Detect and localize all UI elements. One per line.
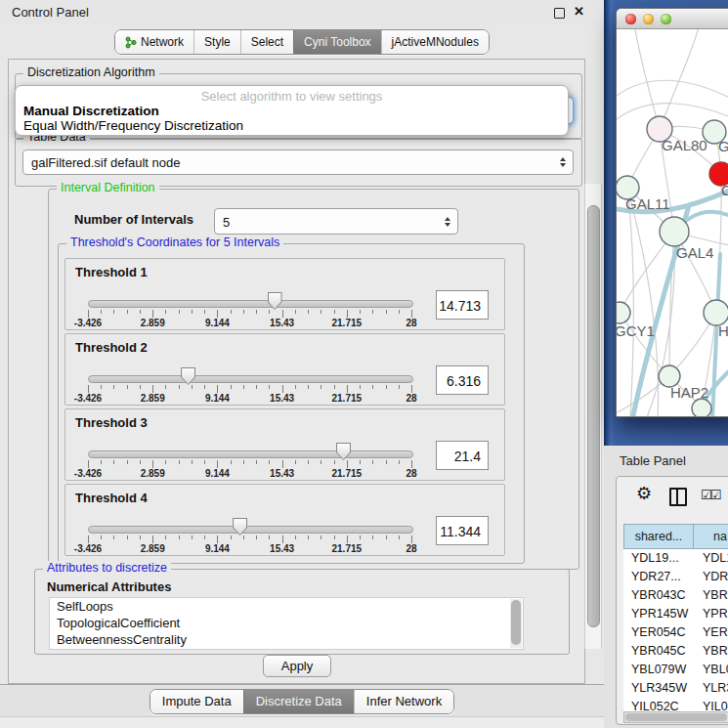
tab-cyni-toolbox[interactable]: Cyni Toolbox bbox=[293, 30, 380, 54]
table-body: YDL19...YDL1YDR27...YDR2YBR043CYBR0YPR14… bbox=[623, 549, 728, 716]
tick-mark bbox=[256, 310, 257, 314]
tick-mark bbox=[399, 535, 400, 539]
combo-stepper-icon[interactable] bbox=[560, 157, 566, 167]
node-bottom-partial[interactable] bbox=[692, 399, 711, 417]
numerical-attributes-list[interactable]: SelfLoopsTopologicalCoefficientBetweenne… bbox=[49, 597, 524, 650]
tick-mark bbox=[256, 385, 257, 389]
table-row[interactable]: YBR045CYBR0 bbox=[623, 642, 728, 661]
table-row[interactable]: YER054CYER0 bbox=[623, 623, 728, 642]
node-gal4[interactable] bbox=[660, 217, 689, 246]
tick-mark bbox=[282, 310, 283, 318]
tick-mark bbox=[372, 385, 373, 389]
gear-icon[interactable]: ⚙ bbox=[636, 485, 652, 502]
minimize-window-icon[interactable] bbox=[643, 14, 654, 24]
column-header-shared-name[interactable]: shared... bbox=[623, 524, 694, 549]
tab-impute-data[interactable]: Impute Data bbox=[150, 690, 243, 713]
threshold-panel-3: Threshold 3-3.4262.8599.14415.4321.71528… bbox=[64, 408, 505, 481]
float-panel-icon[interactable] bbox=[554, 8, 565, 19]
attribute-list-item[interactable]: SelfLoops bbox=[50, 598, 523, 615]
tick-mark bbox=[127, 310, 128, 314]
discretization-algorithm-legend: Discretization Algorithm bbox=[23, 65, 159, 79]
close-window-icon[interactable] bbox=[625, 14, 636, 24]
tick-mark bbox=[231, 535, 232, 539]
attributes-group: Attributes to discretize Numerical Attri… bbox=[34, 569, 570, 655]
tick-mark bbox=[372, 310, 373, 314]
cell-name: YER0 bbox=[694, 623, 728, 642]
table-row[interactable]: YLR345WYLR3 bbox=[623, 679, 728, 698]
table-data-combobox[interactable]: galFiltered.sif default node bbox=[22, 150, 574, 175]
table-row[interactable]: YDR27...YDR2 bbox=[623, 568, 728, 586]
algorithm-option-manual[interactable]: Manual Discretization bbox=[23, 104, 159, 118]
table-row[interactable]: YDL19...YDL1 bbox=[623, 549, 728, 568]
label-ga: GA bbox=[718, 138, 728, 154]
thresholds-legend: Threshold's Coordinates for 5 Intervals bbox=[66, 236, 283, 249]
tab-network[interactable]: Network bbox=[115, 30, 193, 54]
select-columns-checkboxes-icon[interactable]: ☑☑ bbox=[701, 488, 719, 502]
algorithm-hint: Select algorithm to view settings bbox=[16, 89, 568, 104]
close-panel-icon[interactable]: ✕ bbox=[574, 4, 584, 19]
tick-mark bbox=[127, 385, 128, 389]
cell-name: YBL0 bbox=[694, 661, 728, 679]
tick-mark bbox=[88, 310, 89, 318]
table-row[interactable]: YPR145WYPR1 bbox=[623, 605, 728, 623]
tick-mark bbox=[334, 460, 335, 464]
interval-definition-legend: Interval Definition bbox=[57, 181, 159, 194]
tick-mark bbox=[140, 535, 141, 539]
number-of-intervals-spinner[interactable]: 5 bbox=[214, 208, 458, 235]
tick-mark bbox=[269, 310, 270, 314]
tick-label: 21.715 bbox=[325, 543, 368, 554]
threshold-slider-scale: -3.4262.8599.14415.4321.71528 bbox=[88, 535, 411, 553]
tick-mark bbox=[217, 385, 218, 393]
tick-mark bbox=[192, 385, 193, 389]
tick-label: 2.859 bbox=[131, 543, 174, 554]
tick-mark bbox=[399, 385, 400, 389]
threshold-slider-track[interactable] bbox=[88, 526, 413, 534]
threshold-value-field[interactable]: 11.344 bbox=[436, 516, 489, 545]
label-gal80: GAL80 bbox=[662, 137, 707, 153]
spinner-stepper-icon[interactable] bbox=[445, 217, 450, 227]
column-header-name[interactable]: na bbox=[694, 524, 728, 549]
node-gcy1[interactable] bbox=[617, 302, 630, 323]
tick-mark bbox=[334, 385, 335, 389]
threshold-value-field[interactable]: 6.316 bbox=[436, 365, 489, 395]
tick-mark bbox=[101, 460, 102, 464]
control-panel-titlebar: Control Panel ✕ bbox=[0, 0, 604, 25]
threshold-slider-scale: -3.4262.8599.14415.4321.71528 bbox=[88, 385, 411, 403]
algorithm-option-equal-width[interactable]: Equal Width/Frequency Discretization bbox=[23, 118, 243, 133]
split-columns-icon[interactable] bbox=[669, 488, 687, 506]
attribute-list-item[interactable]: BetweennessCentrality bbox=[50, 631, 523, 648]
panel-title: Control Panel bbox=[12, 5, 89, 20]
tab-infer-network[interactable]: Infer Network bbox=[354, 690, 453, 713]
application-root: Control Panel ✕ NetworkStyleSelectCyni T… bbox=[0, 0, 728, 728]
tab-style[interactable]: Style bbox=[193, 30, 240, 54]
network-canvas[interactable]: GAL80 GA GAL11 C GAL4 GCY1 H HAP2 bbox=[617, 29, 728, 416]
tab-select[interactable]: Select bbox=[240, 30, 293, 54]
tick-mark bbox=[282, 460, 283, 468]
tick-label: 15.43 bbox=[261, 543, 304, 554]
attribute-list-item[interactable]: TopologicalCoefficient bbox=[50, 615, 523, 631]
tick-mark bbox=[113, 460, 114, 464]
tick-mark bbox=[269, 460, 270, 464]
tab-discretize-data[interactable]: Discretize Data bbox=[243, 690, 354, 713]
tab-jactivemnodules[interactable]: jActiveMNodules bbox=[381, 30, 489, 54]
tick-mark bbox=[101, 535, 102, 539]
table-row[interactable]: YBR043CYBR0 bbox=[623, 586, 728, 605]
tick-label: 21.715 bbox=[325, 468, 368, 479]
cyni-toolbox-panel: Discretization Algorithm Select algorith… bbox=[8, 59, 585, 684]
threshold-value-field[interactable]: 21.4 bbox=[436, 441, 489, 470]
attributes-scrollbar[interactable] bbox=[510, 599, 522, 648]
scrollbar-thumb[interactable] bbox=[587, 205, 600, 627]
threshold-slider-track[interactable] bbox=[88, 450, 413, 458]
threshold-slider-track[interactable] bbox=[88, 375, 413, 383]
threshold-slider-track[interactable] bbox=[88, 300, 413, 308]
tab-label: Network bbox=[141, 35, 184, 49]
threshold-value-field[interactable]: 14.713 bbox=[436, 290, 489, 320]
tick-label: -3.426 bbox=[66, 393, 109, 404]
tick-mark bbox=[360, 535, 361, 539]
apply-button[interactable]: Apply bbox=[263, 655, 331, 677]
zoom-window-icon[interactable] bbox=[661, 14, 671, 24]
tick-mark bbox=[243, 310, 244, 314]
table-horizontal-scrollbar[interactable] bbox=[623, 711, 728, 723]
panel-vertical-scrollbar[interactable] bbox=[584, 184, 602, 649]
table-row[interactable]: YBL079WYBL0 bbox=[623, 661, 728, 679]
